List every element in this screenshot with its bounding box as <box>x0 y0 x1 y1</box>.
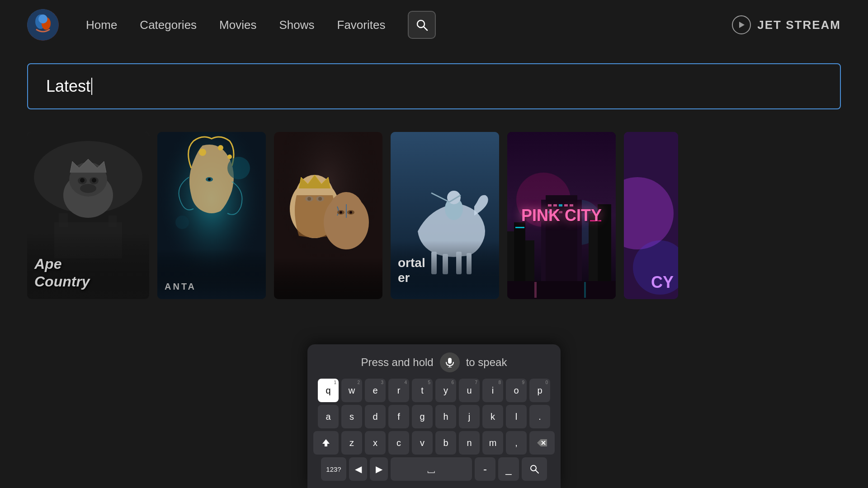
key-u[interactable]: u7 <box>459 379 480 402</box>
svg-line-90 <box>535 470 538 473</box>
key-backspace[interactable] <box>529 431 555 455</box>
key-v[interactable]: v <box>412 431 433 455</box>
movie-card-ape-country[interactable]: ApeCountry <box>27 132 149 299</box>
key-search[interactable] <box>522 457 547 481</box>
search-area: Latest <box>0 54 868 118</box>
nav-shows[interactable]: Shows <box>279 18 314 32</box>
key-n[interactable]: n <box>459 431 480 455</box>
key-j[interactable]: j <box>459 405 480 428</box>
svg-rect-77 <box>507 281 616 299</box>
key-i[interactable]: i8 <box>482 379 503 402</box>
content-row: ApeCountry <box>0 118 868 299</box>
key-w[interactable]: w2 <box>341 379 362 402</box>
key-row-1: q1 w2 e3 r4 t5 y6 u7 i8 o9 p0 <box>311 379 557 402</box>
key-b[interactable]: b <box>435 431 456 455</box>
key-q[interactable]: q1 <box>318 379 339 402</box>
svg-rect-65 <box>515 227 524 228</box>
key-space[interactable]: ⎵ <box>391 457 472 481</box>
movie-card-immortal[interactable]: ortaler <box>391 132 499 299</box>
svg-point-3 <box>38 14 47 23</box>
nav-home[interactable]: Home <box>86 18 117 32</box>
nav: Home Categories Movies Shows Favorites <box>86 11 732 39</box>
keyboard-overlay: Press and hold to speak q1 w2 e3 r4 t5 y… <box>307 344 561 488</box>
keyboard-rows: q1 w2 e3 r4 t5 y6 u7 i8 o9 p0 a s d f g … <box>307 379 561 481</box>
card-title-partial: CY <box>651 273 674 292</box>
key-r[interactable]: r4 <box>388 379 409 402</box>
voice-hint: Press and hold to speak <box>307 344 561 379</box>
movie-card-pink-city[interactable]: PINK CITY <box>507 132 616 299</box>
movie-card-partial[interactable]: CY <box>624 132 678 299</box>
card-title-ape: ApeCountry <box>34 255 142 290</box>
search-box[interactable]: Latest <box>27 63 841 109</box>
key-row-4: 123? ◀ ▶ ⎵ - _ <box>311 457 557 481</box>
key-p[interactable]: p0 <box>529 379 550 402</box>
brand-play-icon <box>732 15 751 34</box>
svg-rect-83 <box>448 358 452 364</box>
key-d[interactable]: d <box>365 405 386 428</box>
key-l[interactable]: l <box>506 405 527 428</box>
key-y[interactable]: y6 <box>435 379 456 402</box>
svg-rect-79 <box>584 282 586 298</box>
brand-name: JET STREAM <box>757 18 841 32</box>
key-k[interactable]: k <box>482 405 503 428</box>
header: Home Categories Movies Shows Favorites J… <box>0 0 868 50</box>
key-underscore[interactable]: _ <box>498 457 519 481</box>
movie-card-medieval[interactable] <box>274 132 382 299</box>
key-arrow-right[interactable]: ▶ <box>370 457 388 481</box>
key-s[interactable]: s <box>341 405 362 428</box>
key-shift[interactable] <box>313 431 339 455</box>
movie-card-anta[interactable]: ANTA <box>157 132 266 299</box>
key-comma[interactable]: , <box>506 431 527 455</box>
svg-rect-44 <box>274 132 382 299</box>
search-button[interactable] <box>408 11 436 39</box>
logo[interactable] <box>27 9 59 41</box>
svg-rect-78 <box>534 282 537 298</box>
key-a[interactable]: a <box>318 405 339 428</box>
key-dash[interactable]: - <box>475 457 495 481</box>
card-title-immortal: ortaler <box>398 255 425 286</box>
voice-hint-prefix: Press and hold <box>361 356 434 369</box>
key-e[interactable]: e3 <box>365 379 386 402</box>
key-123[interactable]: 123? <box>321 457 346 481</box>
text-cursor <box>91 78 92 95</box>
key-c[interactable]: c <box>388 431 409 455</box>
mic-button[interactable] <box>440 352 460 372</box>
svg-marker-86 <box>322 439 330 446</box>
key-o[interactable]: o9 <box>506 379 527 402</box>
nav-favorites[interactable]: Favorites <box>337 18 386 32</box>
svg-rect-29 <box>157 132 266 299</box>
key-period[interactable]: . <box>529 405 550 428</box>
nav-movies[interactable]: Movies <box>219 18 256 32</box>
card-title-anta: ANTA <box>165 282 196 292</box>
voice-hint-suffix: to speak <box>466 356 507 369</box>
key-x[interactable]: x <box>365 431 386 455</box>
nav-categories[interactable]: Categories <box>140 18 197 32</box>
svg-marker-6 <box>739 22 745 28</box>
brand: JET STREAM <box>732 15 841 34</box>
key-m[interactable]: m <box>482 431 503 455</box>
key-f[interactable]: f <box>388 405 409 428</box>
card-title-pink-city: PINK CITY <box>521 206 602 225</box>
key-h[interactable]: h <box>435 405 456 428</box>
svg-line-5 <box>424 27 427 30</box>
key-row-2: a s d f g h j k l . <box>311 405 557 428</box>
search-value: Latest <box>46 77 90 96</box>
key-g[interactable]: g <box>412 405 433 428</box>
key-arrow-left[interactable]: ◀ <box>349 457 367 481</box>
key-t[interactable]: t5 <box>412 379 433 402</box>
key-row-3: z x c v b n m , <box>311 431 557 455</box>
key-z[interactable]: z <box>341 431 362 455</box>
